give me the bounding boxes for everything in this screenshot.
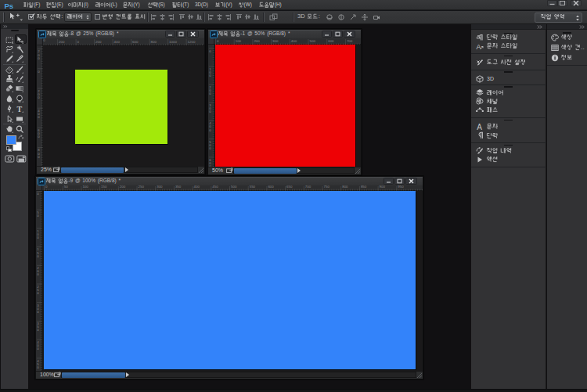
svg-text:A: A	[477, 42, 481, 50]
svg-text:0: 0	[38, 70, 40, 74]
svg-text:0: 0	[37, 192, 39, 196]
svg-text:400: 400	[193, 185, 200, 189]
svg-text:200: 200	[95, 40, 102, 44]
svg-text:3D: 3D	[297, 13, 305, 20]
svg-text:600: 600	[328, 39, 334, 43]
svg-text:400: 400	[113, 40, 120, 44]
svg-text:0: 0	[209, 92, 211, 95]
svg-text:@: @	[76, 31, 81, 36]
svg-text:950: 950	[398, 185, 404, 189]
svg-text:1000: 1000	[169, 40, 177, 44]
svg-text:0: 0	[38, 95, 40, 99]
svg-text:850: 850	[360, 185, 366, 189]
svg-text:-9: -9	[68, 178, 73, 183]
svg-text:300: 300	[272, 39, 279, 43]
svg-text:0: 0	[37, 347, 39, 351]
svg-text::: :	[61, 13, 63, 20]
svg-text:3D(D): 3D(D)	[195, 2, 208, 9]
svg-text:0: 0	[37, 291, 39, 295]
svg-text:600: 600	[132, 40, 139, 44]
svg-text:0: 0	[209, 146, 211, 150]
svg-text:(Y): (Y)	[133, 2, 139, 9]
svg-text:100: 100	[82, 185, 88, 189]
svg-text:0: 0	[38, 115, 40, 119]
svg-text:(V): (V)	[225, 2, 232, 9]
svg-text:350: 350	[175, 185, 181, 189]
svg-text:(W): (W)	[244, 2, 252, 9]
svg-text:0: 0	[209, 74, 211, 77]
svg-text:550: 550	[249, 185, 255, 189]
svg-text:250: 250	[138, 185, 144, 189]
svg-text:0: 0	[37, 235, 39, 239]
svg-text:0: 0	[38, 135, 40, 138]
svg-text:(RGB/8): (RGB/8)	[267, 31, 286, 37]
svg-text:*: *	[119, 178, 121, 183]
svg-text:0: 0	[209, 49, 211, 53]
svg-text:800: 800	[150, 40, 157, 44]
svg-text:50%: 50%	[254, 31, 265, 36]
svg-text:200: 200	[119, 185, 125, 189]
svg-text:0: 0	[77, 40, 79, 44]
svg-text:0: 0	[45, 185, 48, 189]
svg-text:750: 750	[323, 185, 330, 189]
svg-text:25%: 25%	[83, 31, 93, 36]
svg-text:..: ..	[581, 43, 584, 50]
svg-text:(RGB/8): (RGB/8)	[95, 31, 114, 37]
svg-text:0: 0	[37, 365, 39, 369]
svg-text:400: 400	[290, 39, 297, 43]
svg-text:(H): (H)	[275, 2, 282, 9]
svg-text:50: 50	[63, 185, 67, 189]
svg-text:450: 450	[212, 185, 218, 189]
svg-text:900: 900	[379, 185, 385, 189]
svg-text:0: 0	[37, 272, 39, 276]
svg-text:*: *	[288, 31, 290, 36]
svg-text:(E): (E)	[56, 2, 63, 9]
svg-text:0: 0	[38, 56, 40, 60]
svg-text:(RGB/8): (RGB/8)	[98, 178, 117, 184]
svg-text:200: 200	[254, 39, 260, 43]
svg-text:0: 0	[37, 214, 39, 218]
svg-text:(S): (S)	[158, 2, 164, 9]
svg-text:0: 0	[37, 309, 39, 313]
svg-text:200: 200	[59, 40, 65, 44]
svg-text:100: 100	[235, 39, 241, 43]
svg-text:100%: 100%	[82, 178, 95, 183]
svg-text:0: 0	[37, 328, 39, 332]
svg-text:700: 700	[304, 185, 311, 189]
svg-text:500: 500	[309, 39, 315, 43]
svg-text:(F): (F)	[34, 2, 40, 9]
svg-text:150: 150	[101, 185, 107, 189]
svg-text:0: 0	[38, 155, 40, 159]
svg-text:1200: 1200	[187, 40, 195, 44]
svg-text::: :	[319, 13, 320, 20]
svg-text:700: 700	[346, 39, 352, 43]
svg-text:(I): (I)	[84, 2, 88, 9]
svg-text:300: 300	[157, 185, 163, 189]
svg-text:(T): (T)	[182, 2, 189, 9]
svg-text:650: 650	[286, 185, 293, 189]
svg-text:800: 800	[342, 185, 348, 189]
svg-text:0: 0	[37, 254, 39, 257]
svg-text:0: 0	[209, 128, 211, 132]
svg-text:@: @	[75, 178, 81, 183]
svg-text:0: 0	[217, 39, 219, 43]
svg-text:0: 0	[209, 110, 211, 114]
svg-text:600: 600	[268, 185, 274, 189]
svg-text:*: *	[117, 31, 119, 36]
svg-text:-8: -8	[69, 31, 74, 36]
svg-text:(L): (L)	[111, 2, 117, 9]
svg-text:500: 500	[231, 185, 237, 189]
svg-text:@: @	[247, 31, 253, 36]
svg-text:-1: -1	[240, 31, 245, 36]
svg-text:A: A	[477, 123, 482, 131]
